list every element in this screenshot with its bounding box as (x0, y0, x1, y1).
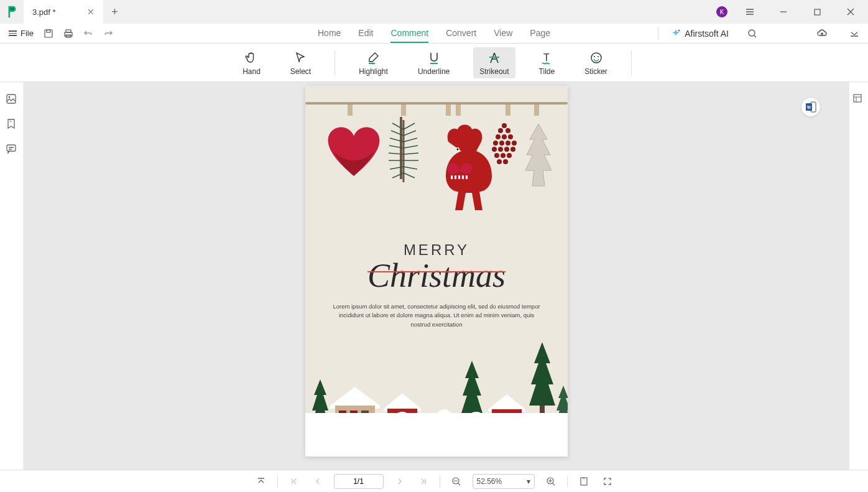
svg-line-21 (390, 138, 404, 142)
svg-rect-2 (47, 30, 50, 32)
heart-ornament (325, 124, 382, 182)
svg-line-20 (404, 131, 416, 136)
new-tab-button[interactable]: + (103, 6, 127, 19)
svg-line-19 (391, 131, 404, 136)
document-canvas[interactable]: MERRY Christmas Lorem ipsum dolor sit am… (24, 82, 849, 470)
svg-line-25 (389, 153, 404, 154)
svg-point-10 (594, 56, 595, 57)
svg-line-29 (390, 167, 404, 169)
svg-rect-12 (7, 95, 16, 103)
bookmark-icon[interactable]: + (6, 118, 18, 131)
save-icon[interactable] (40, 25, 57, 42)
hamburger-icon[interactable] (739, 1, 761, 23)
svg-line-26 (404, 153, 418, 154)
tool-tilde[interactable]: T Tilde (533, 47, 561, 78)
cloud-icon[interactable] (813, 25, 831, 42)
scroll-top-icon[interactable] (254, 474, 269, 489)
export-word-button[interactable]: W (801, 97, 821, 117)
svg-point-11 (598, 56, 599, 57)
sparkle-icon (671, 29, 681, 39)
last-page-icon[interactable] (416, 474, 431, 489)
tool-strikeout-label: Strikeout (479, 67, 509, 76)
ai-button[interactable]: Afirstsoft AI (671, 29, 729, 39)
tool-hand-label: Hand (242, 67, 261, 76)
comments-panel-icon[interactable] (6, 143, 18, 155)
tab-page[interactable]: Page (530, 24, 550, 43)
zoom-out-icon[interactable] (449, 474, 464, 489)
pdf-page: MERRY Christmas Lorem ipsum dolor sit am… (305, 86, 568, 457)
svg-text:+: + (9, 119, 12, 124)
user-avatar[interactable]: K (716, 6, 727, 17)
zoom-in-icon[interactable] (543, 474, 558, 489)
svg-line-23 (389, 146, 404, 148)
fullscreen-icon[interactable] (600, 474, 615, 489)
right-sidebar (849, 82, 868, 470)
search-icon[interactable] (744, 25, 761, 42)
tab-comment[interactable]: Comment (390, 24, 428, 43)
tab-home[interactable]: Home (318, 24, 341, 43)
tool-tilde-label: Tilde (539, 67, 555, 76)
collapse-icon[interactable] (846, 25, 863, 42)
svg-rect-1 (45, 30, 52, 37)
tool-highlight-label: Highlight (359, 67, 388, 76)
thumbnails-icon[interactable] (6, 93, 18, 106)
tab-edit[interactable]: Edit (358, 24, 373, 43)
next-page-icon[interactable] (392, 474, 407, 489)
tab-view[interactable]: View (494, 24, 512, 43)
tool-underline[interactable]: Underline (412, 47, 456, 78)
close-tab-icon[interactable]: ✕ (87, 7, 95, 17)
properties-icon[interactable] (852, 93, 865, 106)
tool-sticker[interactable]: Sticker (578, 47, 614, 78)
zoom-select[interactable]: 52.56% ▾ (473, 474, 535, 489)
maximize-button[interactable] (806, 1, 828, 23)
svg-line-32 (404, 173, 415, 178)
svg-line-30 (404, 167, 417, 169)
svg-text:T: T (543, 52, 550, 63)
tree-ornament (520, 121, 556, 189)
redo-icon[interactable] (99, 25, 117, 42)
svg-point-13 (8, 96, 10, 98)
minimize-button[interactable] (772, 1, 795, 23)
first-page-icon[interactable] (287, 474, 302, 489)
main-tabs: Home Edit Comment Convert View Page (318, 24, 550, 43)
svg-line-24 (404, 146, 418, 148)
svg-point-7 (749, 30, 755, 36)
village-scene (305, 351, 568, 457)
tool-sticker-label: Sticker (584, 67, 607, 76)
tool-highlight[interactable]: Highlight (353, 47, 394, 78)
fit-page-icon[interactable] (576, 474, 591, 489)
svg-line-22 (404, 138, 417, 142)
svg-line-31 (392, 173, 404, 178)
berries-ornament (489, 117, 520, 173)
file-menu[interactable]: File (5, 29, 37, 38)
tool-select-label: Select (290, 67, 311, 76)
statusbar: 52.56% ▾ (0, 470, 868, 492)
titlebar: 3.pdf * ✕ + K (0, 0, 868, 24)
undo-icon[interactable] (80, 25, 97, 42)
tab-title: 3.pdf * (32, 7, 56, 17)
document-tab[interactable]: 3.pdf * ✕ (24, 0, 103, 24)
close-window-button[interactable] (839, 1, 862, 23)
svg-line-17 (392, 123, 404, 129)
tool-strikeout[interactable]: Strikeout (473, 47, 515, 78)
tool-select[interactable]: Select (284, 47, 317, 78)
zoom-value: 52.56% (477, 477, 502, 486)
toolbar-separator (335, 50, 335, 75)
page-input[interactable] (334, 474, 384, 489)
svg-point-6 (678, 29, 680, 31)
main-area: + (0, 82, 868, 470)
file-label: File (21, 29, 34, 38)
app-logo (0, 0, 24, 24)
prev-page-icon[interactable] (310, 474, 325, 489)
svg-rect-53 (854, 95, 861, 102)
tab-convert[interactable]: Convert (446, 24, 476, 43)
menubar: File Home Edit Comment Convert View Page… (0, 24, 868, 44)
tool-underline-label: Underline (418, 67, 450, 76)
svg-line-18 (404, 123, 415, 129)
pine-branch-ornament (386, 117, 423, 185)
left-sidebar: + (0, 82, 24, 470)
toolbar-separator (631, 50, 632, 75)
tool-hand[interactable]: Hand (236, 47, 267, 78)
print-icon[interactable] (60, 25, 77, 42)
svg-rect-15 (7, 145, 16, 151)
